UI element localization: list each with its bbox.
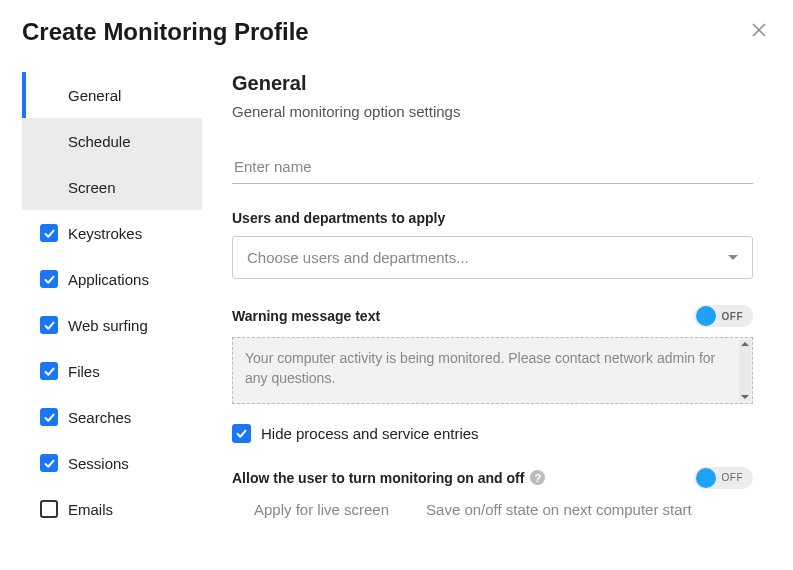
sidebar-item-label: Emails	[68, 501, 113, 518]
sidebar-item-label: Searches	[68, 409, 131, 426]
users-dropdown[interactable]: Choose users and departments...	[232, 236, 753, 279]
hide-process-checkbox[interactable]	[232, 424, 251, 443]
sidebar-item-label: Keystrokes	[68, 225, 142, 242]
checkbox-icon[interactable]	[40, 316, 58, 334]
sidebar-item-label: General	[68, 87, 121, 104]
sidebar-item-web-surfing[interactable]: Web surfing	[22, 302, 202, 348]
sidebar-item-label: Sessions	[68, 455, 129, 472]
sidebar-item-searches[interactable]: Searches	[22, 394, 202, 440]
sidebar-item-label: Screen	[68, 179, 116, 196]
scroll-down-icon	[741, 395, 749, 399]
sidebar-item-general[interactable]: General	[22, 72, 202, 118]
sidebar-item-screen[interactable]: Screen	[22, 164, 202, 210]
sidebar-item-schedule[interactable]: Schedule	[22, 118, 202, 164]
profile-name-input[interactable]	[232, 150, 753, 184]
allow-toggle[interactable]: OFF	[694, 467, 754, 489]
sidebar-item-sessions[interactable]: Sessions	[22, 440, 202, 486]
toggle-state: OFF	[716, 472, 752, 483]
hide-process-label: Hide process and service entries	[261, 425, 479, 442]
sidebar-item-keystrokes[interactable]: Keystrokes	[22, 210, 202, 256]
section-subheading: General monitoring option settings	[232, 103, 753, 120]
warning-label: Warning message text	[232, 308, 380, 324]
help-icon[interactable]: ?	[530, 470, 545, 485]
checkbox-icon[interactable]	[40, 270, 58, 288]
checkbox-icon[interactable]	[40, 500, 58, 518]
checkbox-icon[interactable]	[40, 408, 58, 426]
main-panel: General General monitoring option settin…	[202, 72, 771, 570]
scroll-up-icon	[741, 342, 749, 346]
warning-text-input[interactable]	[233, 338, 738, 399]
sidebar-item-label: Schedule	[68, 133, 131, 150]
checkbox-icon[interactable]	[40, 224, 58, 242]
sidebar-item-emails[interactable]: Emails	[22, 486, 202, 532]
warning-toggle[interactable]: OFF	[694, 305, 754, 327]
sidebar-item-applications[interactable]: Applications	[22, 256, 202, 302]
apply-live-label: Apply for live screen	[254, 501, 389, 518]
scrollbar[interactable]	[739, 340, 751, 401]
save-state-label: Save on/off state on next computer start	[426, 501, 692, 518]
sidebar: General Schedule Screen Keystrokes Appli…	[22, 72, 202, 570]
toggle-knob	[696, 468, 716, 488]
checkbox-icon[interactable]	[40, 362, 58, 380]
close-icon	[751, 22, 767, 38]
toggle-knob	[696, 306, 716, 326]
chevron-down-icon	[728, 255, 738, 260]
sidebar-item-files[interactable]: Files	[22, 348, 202, 394]
allow-toggle-label: Allow the user to turn monitoring on and…	[232, 470, 524, 486]
dialog-title: Create Monitoring Profile	[22, 18, 309, 46]
toggle-state: OFF	[716, 311, 752, 322]
sidebar-item-label: Applications	[68, 271, 149, 288]
sidebar-item-label: Files	[68, 363, 100, 380]
users-label: Users and departments to apply	[232, 210, 445, 226]
checkbox-icon[interactable]	[40, 454, 58, 472]
section-heading: General	[232, 72, 753, 95]
sidebar-item-label: Web surfing	[68, 317, 148, 334]
apply-live-checkbox[interactable]	[232, 501, 245, 518]
dropdown-placeholder: Choose users and departments...	[247, 249, 469, 266]
close-button[interactable]	[747, 18, 771, 44]
